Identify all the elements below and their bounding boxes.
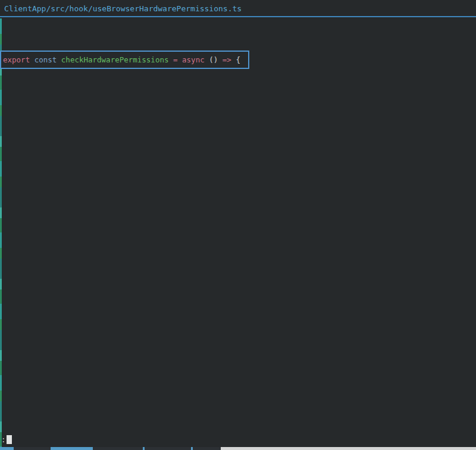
status-strip-segment (51, 447, 93, 450)
context-float-code: export const checkHardwarePermissions = … (3, 55, 240, 64)
status-strip-segment (0, 447, 14, 450)
status-strip-segment (193, 447, 221, 450)
code-token (168, 55, 173, 64)
status-strip-segment (221, 447, 476, 450)
command-line[interactable]: : (1, 435, 12, 445)
scrollbar-minimap[interactable] (0, 18, 2, 447)
code-token: checkHardwarePermissions (61, 55, 169, 64)
diff-buffer: export const checkHardwarePermissions = … (0, 18, 476, 75)
code-token: { (231, 55, 240, 64)
text-cursor (7, 435, 12, 444)
code-token: = (173, 55, 178, 64)
code-token: const (35, 55, 61, 64)
file-path-title: ClientApp/src/hook/useBrowserHardwarePer… (0, 0, 476, 17)
status-strip-segment (14, 447, 51, 450)
command-prompt: : (1, 435, 6, 444)
context-float-window: export const checkHardwarePermissions = … (0, 51, 249, 69)
code-token (178, 55, 183, 64)
file-header: ClientApp/src/hook/useBrowserHardwarePer… (0, 0, 476, 17)
code-token: async (182, 55, 205, 64)
bottom-status-strip (0, 447, 476, 450)
status-strip-segment (93, 447, 143, 450)
code-token: => (223, 55, 231, 64)
status-strip-segment (145, 447, 191, 450)
code-token: export (3, 55, 35, 64)
code-token: () (205, 55, 223, 64)
